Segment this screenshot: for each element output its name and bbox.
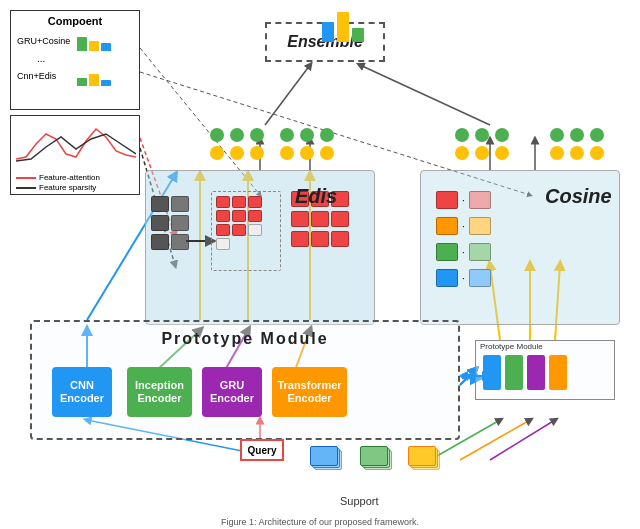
small-transformer-block [549,355,567,390]
main-container: Compoent GRU+Cosine ... Cnn+Edis [0,0,640,529]
node-y-5 [300,146,314,160]
feature-label-attention: Feature-attention [16,173,134,182]
component-row-dots: ... [17,53,133,64]
component-label-1: GRU+Cosine [17,36,77,46]
feature-line-red [16,177,36,179]
node-frg-1 [550,128,564,142]
edis-red-3 [248,196,262,208]
inception-encoder-button[interactable]: InceptionEncoder [127,367,192,417]
prototype-module: Prototype Module CNNEncoder InceptionEnc… [30,320,460,440]
bar-green-2 [77,78,87,86]
edis-r-red-6 [331,211,349,227]
node-cg-3 [495,128,509,142]
node-g-6 [320,128,334,142]
edis-block-dark-2 [171,196,189,212]
ensemble-bars [322,12,364,42]
feature-attention-text: Feature-attention [39,173,100,182]
gru-encoder-button[interactable]: GRUEncoder [202,367,262,417]
edis-block-dark-5 [151,234,169,250]
component-dots: ... [37,53,45,64]
ensemble-bar-yellow [337,12,349,42]
support-stack-green [360,446,395,474]
cosine-blocks: · · · · [436,191,491,287]
prototype-module-small-label: Prototype Module [480,342,543,351]
node-yellow-2 [230,146,244,160]
card-glayer-1 [360,446,388,466]
node-cg-2 [475,128,489,142]
node-cy-2 [475,146,489,160]
ensemble-bar-blue [322,22,334,42]
cosine-dot-2: · [462,221,465,232]
cnn-encoder-button[interactable]: CNNEncoder [52,367,112,417]
card-layer-1 [310,446,338,466]
edis-block-dark-3 [151,215,169,231]
edis-label: Edis [295,185,337,208]
component-label-2: Cnn+Edis [17,71,77,81]
edis-red-1 [216,196,230,208]
node-cy-1 [455,146,469,160]
edis-r-red-8 [311,231,329,247]
double-arrow-svg [460,368,488,384]
node-fry-2 [570,146,584,160]
far-right-node-group [550,128,604,164]
cosine-orange-1 [436,217,458,235]
component-row-2: Cnn+Edis [17,66,133,86]
cosine-lightgreen-1 [469,243,491,261]
node-g-5 [300,128,314,142]
bar-blue-1 [101,43,111,51]
node-green-1 [210,128,224,142]
feature-line-black [16,187,36,189]
component-chart: Compoent GRU+Cosine ... Cnn+Edis [10,10,140,110]
edis-inner-box [211,191,281,271]
node-fry-3 [590,146,604,160]
edis-input-nodes [151,196,189,250]
edis-red-8 [232,224,246,236]
node-green-2 [230,128,244,142]
support-stack-blue [310,446,345,474]
edis-node-group-top [210,128,264,164]
cosine-label: Cosine [545,185,612,208]
cosine-lightorange-1 [469,217,491,235]
edis-white-1 [248,224,262,236]
support-label: Support [340,495,379,507]
cosine-dot-1: · [462,195,465,206]
cosine-lightblue-1 [469,269,491,287]
bar-yellow-2 [89,74,99,86]
node-y-4 [280,146,294,160]
middle-node-group-top [280,128,334,164]
edis-red-blocks [212,192,280,254]
feature-sparsity-text: Feature sparsity [39,183,96,192]
cosine-green-1 [436,243,458,261]
svg-line-28 [460,420,530,460]
feature-wave-svg [16,119,136,169]
edis-red-2 [232,196,246,208]
node-cg-1 [455,128,469,142]
svg-line-14 [265,65,310,125]
node-cy-3 [495,146,509,160]
svg-line-29 [490,420,555,460]
node-yellow-1 [210,146,224,160]
edis-block-dark-1 [151,196,169,212]
transformer-encoder-button[interactable]: TransformerEncoder [272,367,347,417]
node-frg-2 [570,128,584,142]
feature-chart: Feature-attention Feature sparsity [10,115,140,195]
node-fry-1 [550,146,564,160]
small-gru-block [527,355,545,390]
cosine-blue-1 [436,269,458,287]
card-ylayer-1 [408,446,436,466]
edis-red-4 [216,210,230,222]
bar-green-1 [77,37,87,51]
cosine-pink-1 [469,191,491,209]
edis-red-7 [216,224,230,236]
edis-box [145,170,375,325]
small-inception-block [505,355,523,390]
cosine-red-1 [436,191,458,209]
edis-red-6 [248,210,262,222]
feature-label-sparsity: Feature sparsity [16,183,134,192]
svg-line-17 [360,65,490,125]
figure-caption: Figure 1: Architecture of our proposed f… [221,517,419,527]
node-y-6 [320,146,334,160]
node-yellow-3 [250,146,264,160]
node-frg-3 [590,128,604,142]
small-encoder-blocks [483,355,567,390]
